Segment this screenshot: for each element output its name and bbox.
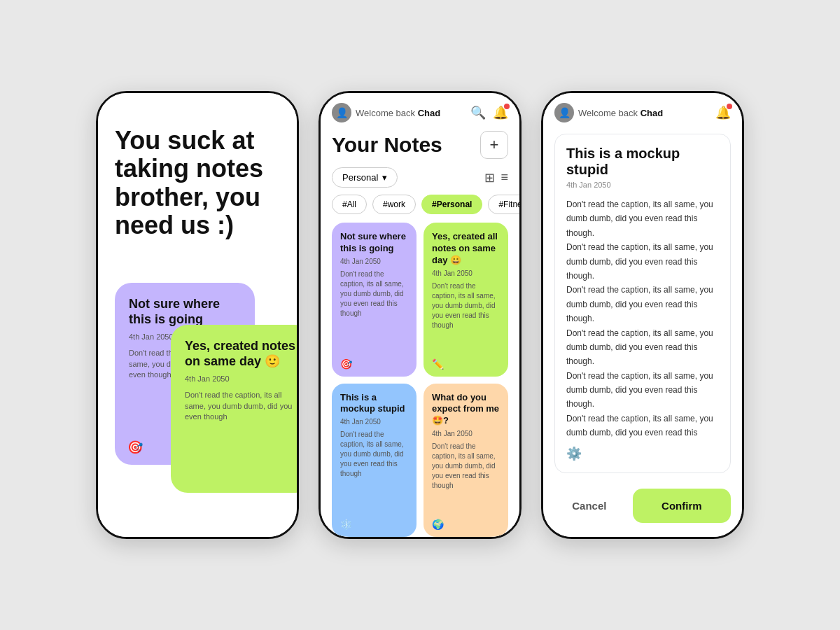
welcome-text: Welcome back Chad	[356, 108, 466, 118]
notes-title-row: Your Notes +	[321, 128, 519, 167]
tag-personal[interactable]: #Personal	[421, 195, 482, 214]
note-card-3-title: This is a mockup stupid	[340, 392, 408, 416]
note-card-3-date: 4th Jan 2050	[340, 418, 408, 426]
phone-note-detail: 👤 Welcome back Chad 🔔 This is a mockup s…	[541, 91, 744, 539]
chevron-down-icon: ▾	[382, 172, 387, 183]
note-detail-date: 4th Jan 2050	[566, 181, 719, 189]
note-detail-body: This is a mockup stupid 4th Jan 2050 Don…	[543, 128, 742, 482]
note-card-2-icon: ✏️	[432, 358, 444, 370]
category-select[interactable]: Personal ▾	[332, 167, 398, 188]
card-green-title: Yes, created notes on same day 🙂	[185, 339, 297, 369]
note-card-2-body: Don't read the caption, its all same, yo…	[432, 281, 500, 330]
tags-row: #All #work #Personal #Fitness	[321, 195, 519, 223]
note-detail-text: Don't read the caption, its all same, yo…	[566, 197, 719, 439]
list-icon[interactable]: ≡	[500, 170, 508, 186]
note-card-1-body: Don't read the caption, its all same, yo…	[340, 270, 408, 318]
note-card-3[interactable]: This is a mockup stupid 4th Jan 2050 Don…	[332, 384, 416, 538]
tag-fitness[interactable]: #Fitness	[488, 195, 519, 214]
note-card-1-icon: 🎯	[340, 358, 352, 370]
tag-work[interactable]: #work	[372, 195, 416, 214]
card-green-body: Don't read the caption, its all same, yo…	[185, 390, 297, 422]
view-toggle[interactable]: ⊞ ≡	[484, 170, 508, 186]
detail-welcome-text: Welcome back Chad	[578, 108, 711, 118]
note-card-2[interactable]: Yes, created all notes on same day 😀 4th…	[424, 223, 508, 377]
notification-dot	[504, 104, 510, 109]
note-card-4-icon: 🌍	[432, 519, 444, 530]
splash-title: You suck at taking notes brother, you ne…	[115, 127, 280, 239]
note-card-1-date: 4th Jan 2050	[340, 258, 408, 265]
modal-actions: Cancel Confirm	[543, 482, 742, 537]
card-green: Yes, created notes on same day 🙂 4th Jan…	[171, 325, 297, 493]
detail-bell-icon[interactable]: 🔔	[715, 105, 731, 120]
confirm-button[interactable]: Confirm	[633, 489, 731, 523]
phones-container: You suck at taking notes brother, you ne…	[68, 63, 772, 567]
note-card-4[interactable]: What do you expect from me 🤩? 4th Jan 20…	[424, 384, 508, 538]
phone-notes-list: 👤 Welcome back Chad 🔍 🔔 Your Notes +	[318, 91, 522, 539]
avatar: 👤	[332, 103, 351, 122]
note-detail-title: This is a mockup stupid	[566, 146, 719, 178]
detail-header: 👤 Welcome back Chad 🔔	[543, 93, 742, 128]
note-card-3-icon: ❄️	[340, 519, 352, 530]
note-card-4-title: What do you expect from me 🤩?	[432, 392, 500, 428]
settings-icon[interactable]: ⚙️	[566, 446, 719, 461]
phone-splash: You suck at taking notes brother, you ne…	[96, 91, 299, 539]
detail-header-icons: 🔔	[715, 105, 731, 120]
detail-avatar: 👤	[554, 103, 574, 122]
note-detail-card: This is a mockup stupid 4th Jan 2050 Don…	[554, 134, 731, 473]
note-card-1[interactable]: Not sure where this is going 4th Jan 205…	[332, 223, 416, 377]
search-icon[interactable]: 🔍	[470, 105, 486, 120]
note-card-4-date: 4th Jan 2050	[432, 430, 500, 438]
note-card-2-title: Yes, created all notes on same day 😀	[432, 231, 500, 267]
bell-icon[interactable]: 🔔	[493, 105, 508, 120]
notes-title: Your Notes	[332, 133, 442, 157]
cards-preview: Not sure where this is going 4th Jan 205…	[115, 269, 280, 520]
notes-header: 👤 Welcome back Chad 🔍 🔔	[321, 93, 519, 128]
grid-icon[interactable]: ⊞	[484, 170, 495, 186]
header-icons: 🔍 🔔	[470, 105, 508, 120]
note-card-4-body: Don't read the caption, its all same, yo…	[432, 442, 500, 491]
tag-all[interactable]: #All	[332, 195, 367, 214]
note-card-3-body: Don't read the caption, its all same, yo…	[340, 430, 408, 479]
note-card-1-title: Not sure where this is going	[340, 231, 408, 255]
detail-notification-dot	[727, 104, 732, 109]
note-card-2-date: 4th Jan 2050	[432, 270, 500, 277]
card-purple-icon: 🎯	[127, 440, 143, 455]
notes-grid: Not sure where this is going 4th Jan 205…	[321, 223, 519, 537]
add-note-button[interactable]: +	[480, 131, 508, 159]
card-green-date: 4th Jan 2050	[185, 374, 297, 383]
filter-row: Personal ▾ ⊞ ≡	[321, 167, 519, 195]
cancel-button[interactable]: Cancel	[554, 489, 624, 523]
card-purple-title: Not sure where this is going	[129, 297, 241, 327]
